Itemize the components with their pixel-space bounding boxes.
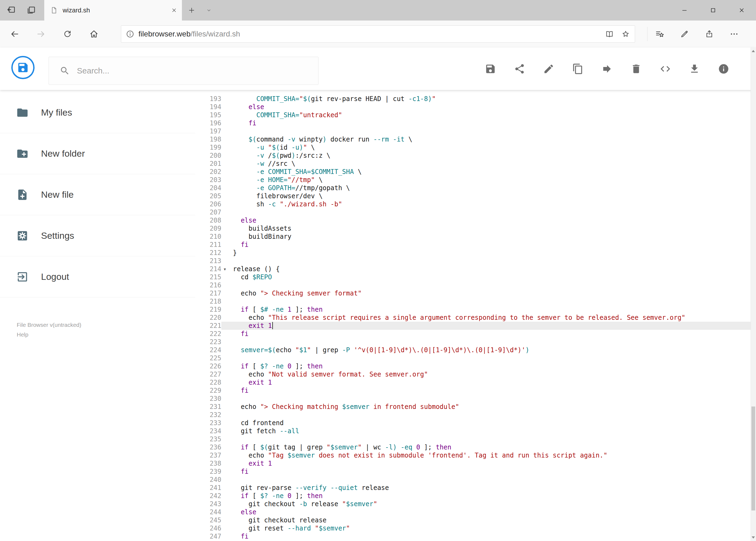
code-line-212[interactable]: 212} xyxy=(195,249,756,257)
delete-button[interactable] xyxy=(630,63,642,75)
reading-view-icon[interactable] xyxy=(605,30,614,38)
code-line-216[interactable]: 216 xyxy=(195,281,756,289)
set-tabs-aside-icon[interactable] xyxy=(6,5,16,15)
minimize-button[interactable] xyxy=(670,0,699,21)
code-editor[interactable]: 193 COMMIT_SHA="$(git rev-parse HEAD | c… xyxy=(195,90,756,541)
code-line-247[interactable]: 247 fi xyxy=(195,532,756,540)
code-line-197[interactable]: 197 xyxy=(195,127,756,135)
raw-code-button[interactable] xyxy=(659,63,671,75)
code-line-221[interactable]: 221 exit 1 xyxy=(195,322,756,330)
page-scrollbar[interactable] xyxy=(751,48,756,541)
info-button[interactable] xyxy=(718,63,730,75)
home-button[interactable] xyxy=(88,28,101,41)
sidebar-item-logout[interactable]: Logout xyxy=(0,256,195,297)
code-line-210[interactable]: 210 buildBinary xyxy=(195,233,756,241)
code-line-215[interactable]: 215 cd $REPO xyxy=(195,273,756,281)
code-line-220[interactable]: 220 echo "This release script requires a… xyxy=(195,313,756,322)
site-info-icon[interactable] xyxy=(126,29,135,39)
code-line-203[interactable]: 203 -e HOME="//tmp" \ xyxy=(195,176,756,184)
code-line-200[interactable]: 200 -v /$(pwd):/src:z \ xyxy=(195,152,756,160)
code-line-240[interactable]: 240 xyxy=(195,476,756,484)
code-line-238[interactable]: 238 exit 1 xyxy=(195,459,756,467)
sidebar-item-my-files[interactable]: My files xyxy=(0,92,195,133)
code-line-202[interactable]: 202 -e COMMIT_SHA=$COMMIT_SHA \ xyxy=(195,168,756,176)
fold-toggle-icon[interactable]: ▾ xyxy=(221,265,228,273)
code-line-217[interactable]: 217 echo "> Checking semver format" xyxy=(195,289,756,297)
add-favorite-star-icon[interactable] xyxy=(621,30,630,38)
tabs-preview-icon[interactable] xyxy=(26,5,36,15)
code-line-244[interactable]: 244 else xyxy=(195,508,756,516)
code-line-237[interactable]: 237 echo "Tag $semver does not exist in … xyxy=(195,451,756,459)
sidebar-item-new-folder[interactable]: New folder xyxy=(0,133,195,174)
help-link[interactable]: Help xyxy=(17,330,81,339)
code-line-193[interactable]: 193 COMMIT_SHA="$(git rev-parse HEAD | c… xyxy=(195,95,756,103)
scroll-down-arrow[interactable] xyxy=(752,536,755,539)
code-line-219[interactable]: 219 if [ $# -ne 1 ]; then xyxy=(195,305,756,313)
close-window-button[interactable] xyxy=(727,0,756,21)
move-button[interactable] xyxy=(601,63,613,75)
sidebar-item-settings[interactable]: Settings xyxy=(0,215,195,256)
code-line-223[interactable]: 223 xyxy=(195,338,756,346)
code-line-241[interactable]: 241 git rev-parse --verify --quiet relea… xyxy=(195,484,756,492)
code-line-226[interactable]: 226 if [ $? -ne 0 ]; then xyxy=(195,362,756,370)
code-line-228[interactable]: 228 exit 1 xyxy=(195,378,756,386)
code-line-214[interactable]: 214▾release () { xyxy=(195,265,756,273)
code-line-234[interactable]: 234 git fetch --all xyxy=(195,427,756,435)
code-line-209[interactable]: 209 buildAssets xyxy=(195,225,756,233)
search-input[interactable] xyxy=(77,66,318,75)
code-line-201[interactable]: 201 -w //src \ xyxy=(195,160,756,168)
new-tab-button[interactable] xyxy=(182,0,201,21)
code-line-245[interactable]: 245 git checkout release xyxy=(195,516,756,524)
address-bar[interactable]: filebrowser.web/files/wizard.sh xyxy=(121,25,635,43)
code-line-231[interactable]: 231 echo "> Checking matching $semver in… xyxy=(195,403,756,411)
code-line-195[interactable]: 195 COMMIT_SHA="untracked" xyxy=(195,111,756,119)
code-line-218[interactable]: 218 xyxy=(195,297,756,305)
web-notes-pen-icon[interactable] xyxy=(678,28,691,41)
code-line-242[interactable]: 242 if [ $? -ne 0 ]; then xyxy=(195,492,756,500)
share-icon[interactable] xyxy=(703,28,716,41)
code-line-207[interactable]: 207 xyxy=(195,208,756,216)
filebrowser-logo[interactable] xyxy=(11,56,35,79)
code-line-198[interactable]: 198 $(command -v winpty) docker run --rm… xyxy=(195,135,756,144)
code-line-194[interactable]: 194 else xyxy=(195,103,756,111)
tab-menu-chevron-icon[interactable] xyxy=(201,0,216,21)
rename-button[interactable] xyxy=(543,63,555,75)
code-line-196[interactable]: 196 fi xyxy=(195,119,756,127)
code-line-208[interactable]: 208 else xyxy=(195,216,756,225)
code-line-206[interactable]: 206 sh -c "./wizard.sh -b" xyxy=(195,200,756,208)
share-button[interactable] xyxy=(514,63,526,75)
code-line-199[interactable]: 199 -u "$(id -u)" \ xyxy=(195,144,756,152)
code-line-224[interactable]: 224 semver=$(echo "$1" | grep -P '^v(0|[… xyxy=(195,346,756,354)
save-button[interactable] xyxy=(484,63,496,75)
code-line-225[interactable]: 225 xyxy=(195,354,756,362)
code-line-236[interactable]: 236 if [ $(git tag | grep "$semver" | wc… xyxy=(195,443,756,451)
scroll-up-arrow[interactable] xyxy=(752,50,755,52)
code-line-213[interactable]: 213 xyxy=(195,257,756,265)
forward-button[interactable] xyxy=(35,28,48,41)
scrollbar-thumb[interactable] xyxy=(751,406,755,510)
code-line-233[interactable]: 233 cd frontend xyxy=(195,419,756,427)
back-button[interactable] xyxy=(8,28,21,41)
download-button[interactable] xyxy=(688,63,700,75)
search-box[interactable] xyxy=(49,57,319,85)
code-line-246[interactable]: 246 git reset --hard "$semver" xyxy=(195,524,756,532)
code-line-239[interactable]: 239 fi xyxy=(195,467,756,476)
code-line-227[interactable]: 227 echo "Not valid semver format. See s… xyxy=(195,370,756,378)
copy-button[interactable] xyxy=(572,63,584,75)
code-line-222[interactable]: 222 fi xyxy=(195,330,756,338)
sidebar-item-new-file[interactable]: New file xyxy=(0,174,195,215)
code-line-211[interactable]: 211 fi xyxy=(195,241,756,249)
code-line-230[interactable]: 230 xyxy=(195,395,756,403)
tab-close-icon[interactable] xyxy=(171,7,177,13)
refresh-button[interactable] xyxy=(61,28,74,41)
code-line-205[interactable]: 205 filebrowser/dev \ xyxy=(195,192,756,200)
code-line-235[interactable]: 235 xyxy=(195,435,756,443)
code-line-232[interactable]: 232 xyxy=(195,411,756,419)
more-menu-icon[interactable] xyxy=(728,28,741,41)
maximize-button[interactable] xyxy=(699,0,727,21)
browser-tab[interactable]: wizard.sh xyxy=(44,0,182,21)
hub-favorites-icon[interactable] xyxy=(653,28,666,41)
code-line-229[interactable]: 229 fi xyxy=(195,386,756,395)
code-line-243[interactable]: 243 git checkout -b release "$semver" xyxy=(195,500,756,508)
code-line-204[interactable]: 204 -e GOPATH=//tmp/gopath \ xyxy=(195,184,756,192)
